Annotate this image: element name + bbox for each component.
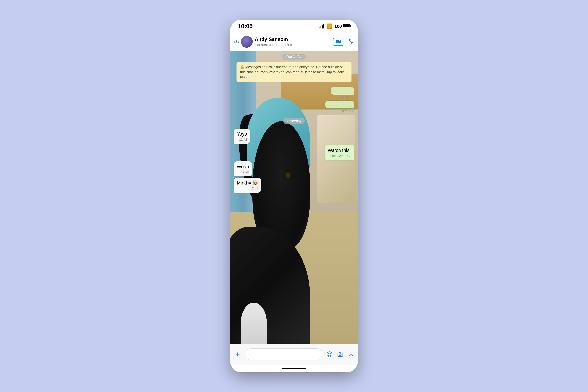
phone-call-button[interactable]	[348, 38, 354, 45]
input-actions	[326, 350, 355, 358]
message-bubble-sent[interactable]: Watch this Edited 12:42 ✓✓	[325, 145, 354, 160]
wifi-icon: 📶	[326, 24, 332, 29]
svg-rect-7	[339, 352, 340, 353]
avatar[interactable]	[241, 36, 253, 48]
status-bar: 10:05 📶 100	[230, 20, 358, 33]
message-meta: 12:43	[237, 186, 258, 190]
battery-fill	[343, 25, 350, 28]
message-time: 12:42	[338, 154, 345, 158]
check-marks-icon: ✓✓	[349, 110, 354, 113]
message-text: Mind = 🤯	[237, 180, 258, 186]
svg-point-6	[339, 354, 341, 356]
back-chevron-icon: ‹	[234, 39, 236, 44]
header-actions	[333, 38, 354, 46]
signal-bars-icon	[318, 24, 324, 28]
chat-area: Mon 24 Apr 🔒 Messages and calls are end-…	[230, 51, 358, 344]
chat-header: ‹ 5 Andy Sansom tap here for contact inf…	[230, 33, 358, 51]
message-bubble-sent[interactable]	[325, 100, 354, 108]
status-icons: 📶 100	[318, 24, 350, 29]
message-time: 12:43	[241, 170, 249, 174]
edited-label: Edited	[328, 154, 336, 158]
svg-point-3	[328, 353, 329, 354]
svg-rect-9	[350, 352, 352, 355]
message-meta: 12:42	[237, 138, 247, 142]
svg-point-8	[342, 353, 342, 354]
messages-body: 16:42 ✓✓ 16:43 ✓✓	[232, 86, 356, 341]
message-row: Woah 12:43	[234, 161, 354, 176]
day-separator: Yesterday	[284, 118, 305, 124]
home-bar	[282, 368, 306, 369]
svg-rect-0	[336, 40, 339, 43]
back-count: 5	[236, 39, 239, 44]
contact-sub: tap here for contact info	[255, 43, 331, 47]
message-text: Yoyo	[237, 131, 247, 137]
message-row: 16:42 ✓✓	[234, 87, 354, 99]
battery-percentage: 100	[334, 24, 342, 29]
status-time: 10:05	[238, 22, 252, 30]
message-bubble-received[interactable]: Yoyo 12:42	[234, 129, 250, 144]
microphone-button[interactable]	[347, 350, 355, 358]
message-row: 16:43 ✓✓	[234, 100, 354, 113]
message-bubble-received[interactable]: Woah 12:43	[234, 161, 252, 176]
camera-button[interactable]	[336, 350, 344, 358]
encryption-notice[interactable]: 🔒 Messages and calls are end-to-end encr…	[236, 62, 352, 82]
message-meta: Edited 12:42 ✓✓	[328, 154, 351, 158]
date-label: Mon 24 Apr	[282, 54, 306, 60]
avatar-image	[241, 36, 253, 48]
check-marks-icon: ✓✓	[346, 154, 351, 158]
add-attachment-button[interactable]: +	[233, 350, 242, 359]
message-meta: 16:43 ✓✓	[340, 110, 354, 113]
message-input[interactable]	[245, 348, 323, 360]
chat-input-bar: +	[230, 344, 358, 364]
message-time: 12:42	[239, 138, 247, 142]
sticker-button[interactable]	[326, 350, 334, 358]
message-row: Yoyo 12:42	[234, 129, 354, 144]
video-call-button[interactable]	[333, 38, 344, 46]
message-row: Mind = 🤯 12:43	[234, 178, 354, 192]
contact-info[interactable]: Andy Sansom tap here for contact info	[255, 36, 331, 47]
message-time: 16:42	[340, 96, 348, 99]
message-row: Watch this Edited 12:42 ✓✓	[234, 145, 354, 160]
message-time: 16:43	[340, 110, 348, 113]
back-button[interactable]: ‹ 5	[234, 39, 239, 44]
message-text: Watch this	[328, 148, 350, 153]
message-text: Woah	[237, 164, 249, 169]
message-meta: 16:42 ✓✓	[340, 96, 354, 99]
message-bubble-received[interactable]: Mind = 🤯 12:43	[234, 178, 261, 192]
phone-frame: 10:05 📶 100 ‹ 5 Andy Sansom tap here for…	[230, 20, 358, 372]
plus-icon: +	[236, 350, 240, 358]
messages-overlay: Mon 24 Apr 🔒 Messages and calls are end-…	[230, 51, 358, 344]
contact-name: Andy Sansom	[255, 36, 331, 42]
check-marks-icon: ✓✓	[349, 96, 354, 99]
svg-point-2	[327, 352, 332, 357]
message-time: 12:43	[250, 186, 258, 190]
home-indicator	[230, 364, 358, 372]
battery-box-icon	[342, 24, 350, 28]
svg-marker-1	[339, 40, 341, 44]
message-bubble-sent[interactable]	[330, 87, 354, 94]
message-meta: 12:43	[237, 170, 249, 174]
svg-point-4	[330, 353, 331, 354]
battery-indicator: 100	[334, 24, 350, 29]
